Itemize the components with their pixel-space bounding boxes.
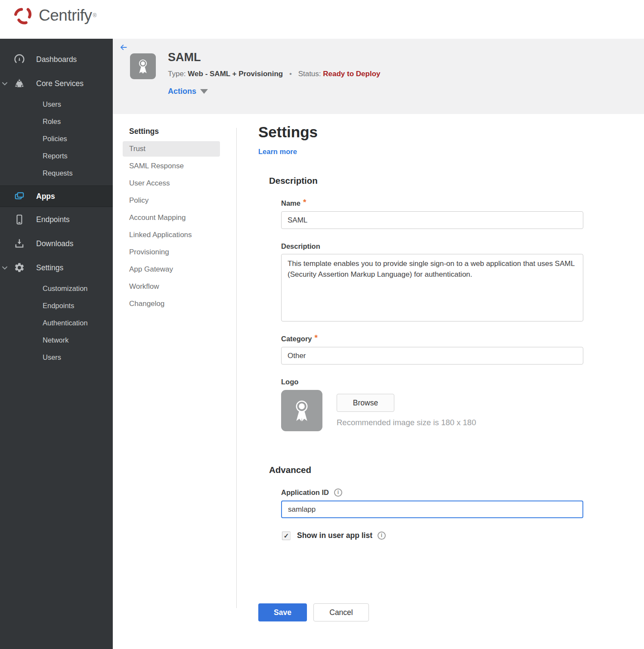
sidebar-item-label: Authentication — [43, 319, 88, 327]
page: Centrify ® Dashboards — [0, 0, 644, 649]
back-arrow-icon[interactable] — [119, 43, 128, 52]
sidebar-item-settings-endpoints[interactable]: Endpoints — [0, 297, 113, 314]
brand-name: Centrify — [39, 6, 92, 25]
settings-subnav: Settings Trust SAML Response User Access… — [123, 127, 226, 313]
meta-separator: • — [289, 70, 292, 78]
sidebar-item-users[interactable]: Users — [0, 96, 113, 113]
page-title: Settings — [258, 124, 592, 141]
top-bar: Centrify ® — [0, 0, 644, 39]
app-header-panel: SAML Type: Web - SAML + Provisioning • S… — [113, 39, 644, 114]
category-label: Category * — [281, 335, 592, 343]
subnav-item-policy[interactable]: Policy — [123, 193, 220, 208]
info-icon[interactable]: i — [334, 488, 342, 497]
subnav-item-workflow[interactable]: Workflow — [123, 279, 220, 294]
actions-menu-button[interactable]: Actions — [168, 87, 208, 96]
sidebar-item-label: Users — [43, 353, 61, 362]
description-field[interactable]: This template enables you to provide sin… — [281, 254, 583, 321]
subnav-item-app-gateway[interactable]: App Gateway — [123, 262, 220, 277]
type-value: Web - SAML + Provisioning — [188, 70, 283, 78]
subnav-item-changelog[interactable]: Changelog — [123, 296, 220, 312]
settings-form: Settings Learn more Description Name * D… — [258, 124, 592, 621]
learn-more-link[interactable]: Learn more — [258, 148, 297, 156]
subnav-item-saml-response[interactable]: SAML Response — [123, 158, 220, 174]
sidebar-item-label: Apps — [36, 192, 55, 201]
chevron-down-icon — [2, 266, 8, 270]
sidebar-item-downloads[interactable]: Downloads — [0, 232, 113, 256]
name-label: Name * — [281, 199, 592, 207]
sidebar-item-settings-users[interactable]: Users — [0, 349, 113, 366]
sidebar-item-label: Endpoints — [36, 215, 70, 224]
logo-label: Logo — [281, 378, 592, 386]
sidebar-item-customization[interactable]: Customization — [0, 280, 113, 297]
centrify-logo: Centrify ® — [12, 4, 96, 27]
gear-icon — [14, 262, 25, 273]
subnav-item-user-access[interactable]: User Access — [123, 176, 220, 191]
sidebar-item-core-services[interactable]: Core Services — [0, 71, 113, 96]
sidebar-item-label: Network — [43, 336, 69, 344]
name-field[interactable] — [281, 211, 583, 229]
show-in-user-app-list-label: Show in user app list — [297, 531, 372, 540]
show-in-user-app-list-checkbox[interactable]: ✓ — [282, 532, 291, 540]
core-services-icon — [14, 78, 25, 89]
sidebar-item-label: Core Services — [36, 79, 84, 88]
sidebar-item-label: Users — [43, 100, 61, 108]
app-meta-row: Type: Web - SAML + Provisioning • Status… — [168, 70, 380, 78]
sidebar-item-label: Settings — [36, 263, 63, 272]
status-value: Ready to Deploy — [323, 70, 380, 78]
sidebar-item-label: Policies — [43, 135, 67, 143]
sidebar-item-label: Roles — [43, 117, 61, 126]
apps-icon — [14, 191, 25, 202]
sidebar-item-policies[interactable]: Policies — [0, 130, 113, 147]
caret-down-icon — [200, 89, 208, 94]
gauge-icon — [14, 54, 25, 65]
description-section-heading: Description — [269, 176, 592, 186]
content-area: Settings Trust SAML Response User Access… — [113, 114, 644, 649]
subnav-item-linked-applications[interactable]: Linked Applications — [123, 227, 220, 243]
centrify-swirl-icon — [12, 4, 34, 27]
browse-button[interactable]: Browse — [337, 394, 394, 412]
actions-label: Actions — [168, 87, 196, 96]
sidebar-item-reports[interactable]: Reports — [0, 147, 113, 164]
sidebar-item-authentication[interactable]: Authentication — [0, 314, 113, 331]
info-icon[interactable]: i — [378, 532, 386, 540]
sidebar-item-label: Dashboards — [36, 55, 77, 64]
status-label: Status: — [298, 70, 321, 78]
logo-preview-tile — [281, 390, 322, 431]
download-icon — [14, 238, 25, 249]
sidebar-item-requests[interactable]: Requests — [0, 164, 113, 182]
sidebar: Dashboards Core Services Users Roles — [0, 39, 113, 649]
subnav-item-provisioning[interactable]: Provisioning — [123, 244, 220, 260]
sidebar-item-network[interactable]: Network — [0, 331, 113, 349]
subnav-header: Settings — [129, 127, 226, 136]
chevron-down-icon — [2, 82, 8, 86]
application-id-label: Application ID i — [281, 488, 592, 497]
application-id-field[interactable] — [281, 501, 583, 518]
advanced-section-heading: Advanced — [269, 465, 592, 475]
smartphone-icon — [14, 214, 25, 225]
sidebar-item-label: Reports — [43, 152, 68, 160]
sidebar-item-apps[interactable]: Apps — [0, 185, 113, 207]
sidebar-item-label: Downloads — [36, 239, 74, 248]
save-button[interactable]: Save — [258, 603, 307, 621]
app-title: SAML — [168, 51, 201, 64]
subnav-divider — [236, 128, 237, 608]
required-asterisk: * — [303, 199, 306, 205]
sidebar-item-label: Requests — [43, 169, 73, 177]
description-label: Description — [281, 242, 592, 250]
required-asterisk: * — [315, 335, 318, 341]
sidebar-item-label: Customization — [43, 284, 88, 293]
sidebar-item-label: Endpoints — [43, 302, 74, 310]
subnav-item-account-mapping[interactable]: Account Mapping — [123, 210, 220, 226]
sidebar-item-endpoints[interactable]: Endpoints — [0, 207, 113, 232]
cancel-button[interactable]: Cancel — [313, 603, 369, 621]
type-label: Type: — [168, 70, 186, 78]
sidebar-item-dashboards[interactable]: Dashboards — [0, 47, 113, 71]
sidebar-item-roles[interactable]: Roles — [0, 113, 113, 130]
app-icon-tile — [130, 53, 156, 79]
ribbon-icon — [288, 397, 315, 424]
logo-size-hint: Recommended image size is 180 x 180 — [337, 418, 476, 427]
category-field[interactable] — [281, 347, 583, 365]
sidebar-item-settings[interactable]: Settings — [0, 256, 113, 280]
ribbon-icon — [134, 57, 152, 75]
subnav-item-trust[interactable]: Trust — [123, 141, 220, 157]
